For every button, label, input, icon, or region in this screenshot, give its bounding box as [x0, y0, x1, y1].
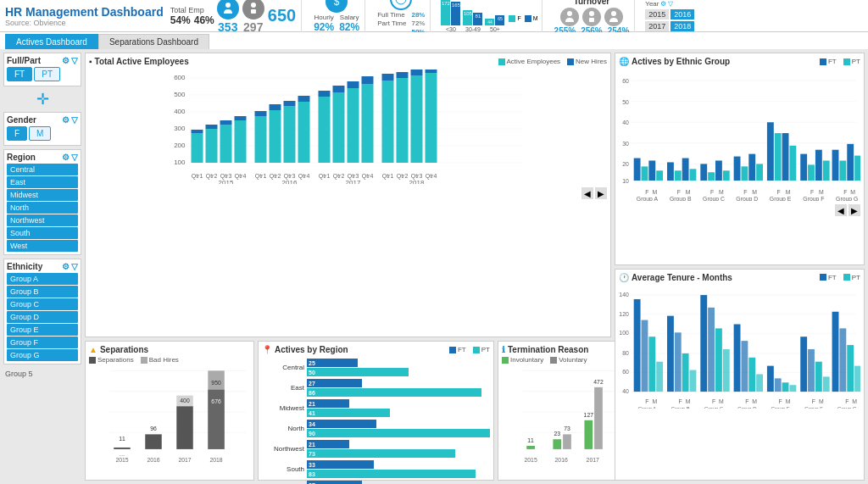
year-filter-icon[interactable]: ⚙: [660, 0, 666, 8]
add-icon[interactable]: ✛: [36, 91, 49, 108]
tab-separations[interactable]: Separations Dashboard: [98, 34, 209, 49]
actives-region-legend: FT PT: [449, 346, 490, 353]
region-northwest[interactable]: Northwest: [7, 214, 78, 226]
ft-button[interactable]: FT: [7, 67, 32, 81]
svg-text:M: M: [786, 189, 791, 195]
group-c[interactable]: Group C: [7, 298, 78, 310]
svg-text:Group F: Group F: [803, 196, 824, 201]
year-2017[interactable]: 2017: [645, 21, 669, 31]
svg-rect-203: [748, 357, 755, 391]
region-settings-icon[interactable]: ⚙: [62, 153, 70, 162]
svg-text:40: 40: [622, 120, 629, 125]
svg-rect-154: [782, 133, 789, 181]
svg-rect-54: [348, 88, 359, 163]
center-panels: ▪ Total Active Employees Active Employee…: [85, 53, 611, 481]
svg-text:M: M: [752, 189, 757, 195]
total-active-next[interactable]: ▶: [595, 187, 607, 199]
year-2015[interactable]: 2015: [645, 9, 669, 19]
region-south[interactable]: South: [7, 227, 78, 239]
group-b[interactable]: Group B: [7, 286, 78, 298]
svg-text:Qtr4: Qtr4: [426, 173, 437, 180]
svg-text:M: M: [786, 398, 791, 403]
svg-rect-2: [251, 9, 256, 14]
svg-text:Qtr1: Qtr1: [192, 173, 203, 180]
fullpart-label: Full/Part: [7, 56, 41, 65]
gender-filter-icon[interactable]: ▽: [71, 115, 78, 125]
actives-ethnic-legend: FT PT: [820, 58, 860, 65]
svg-text:Group G: Group G: [837, 405, 857, 408]
svg-rect-25: [206, 129, 218, 163]
group-a[interactable]: Group A: [7, 273, 78, 285]
legend-newhires-sq: [567, 58, 574, 65]
svg-rect-42: [284, 101, 296, 106]
svg-rect-201: [734, 324, 741, 392]
svg-text:Qtr2: Qtr2: [206, 173, 218, 180]
ethnic-ft-sq: [820, 58, 826, 65]
svg-text:F: F: [745, 398, 748, 403]
region-central[interactable]: Central: [7, 164, 78, 175]
add-section: ✛: [3, 90, 81, 108]
region-midwest[interactable]: Midwest: [7, 189, 78, 201]
svg-text:40: 40: [622, 388, 629, 394]
tab-actives[interactable]: Actives Dashboard: [5, 34, 98, 49]
region-north[interactable]: North: [7, 202, 78, 214]
main-content: Full/Part ⚙ ▽ FT PT ✛ Gender: [0, 49, 868, 484]
svg-rect-107: [594, 387, 603, 449]
f-button[interactable]: F: [7, 126, 27, 141]
fullpart-filter-icon[interactable]: ▽: [71, 56, 78, 65]
vol-legend-sq: [550, 357, 557, 364]
ethnicity-items: Group A Group B Group C Group D Group E …: [7, 273, 78, 361]
total-active-prev[interactable]: ◀: [581, 187, 593, 199]
m-button[interactable]: M: [29, 126, 51, 141]
group-g[interactable]: Group G: [7, 349, 78, 361]
gender-settings-icon[interactable]: ⚙: [62, 115, 70, 125]
svg-rect-136: [682, 159, 689, 181]
svg-rect-190: [642, 320, 648, 392]
ethnicity-filter-icon[interactable]: ▽: [71, 262, 78, 271]
center-top: ▪ Total Active Employees Active Employee…: [85, 53, 611, 337]
svg-rect-51: [333, 92, 345, 163]
svg-rect-216: [854, 365, 860, 391]
svg-text:10: 10: [622, 178, 629, 184]
region-west[interactable]: West: [7, 240, 78, 252]
fullpart-settings-icon[interactable]: ⚙: [62, 56, 70, 65]
group-d[interactable]: Group D: [7, 311, 78, 323]
actives-region-title: 📍 Actives by Region: [262, 345, 348, 354]
pt-button[interactable]: PT: [34, 67, 60, 81]
svg-text:Qtr2: Qtr2: [397, 173, 409, 180]
region-east[interactable]: East: [7, 176, 78, 188]
ethnicity-settings-icon[interactable]: ⚙: [62, 262, 70, 271]
ethnic-prev[interactable]: ◀: [835, 204, 847, 216]
svg-text:60: 60: [622, 78, 629, 84]
svg-text:2017: 2017: [587, 457, 599, 463]
svg-text:600: 600: [174, 74, 186, 81]
svg-text:Group C: Group C: [704, 405, 724, 408]
svg-text:M: M: [752, 398, 757, 403]
year-2018[interactable]: 2018: [670, 21, 694, 31]
male-pct: 54%: [170, 14, 191, 26]
svg-rect-211: [815, 361, 822, 391]
region-items: Central East Midwest North Northwest Sou…: [7, 164, 78, 252]
group5-label: Group 5: [3, 368, 81, 380]
group-e[interactable]: Group E: [7, 324, 78, 336]
age-bar-50-f: 44: [485, 19, 494, 25]
year-sort-icon[interactable]: ▽: [668, 0, 673, 8]
svg-rect-189: [634, 298, 641, 391]
svg-rect-130: [648, 160, 655, 181]
svg-text:2016: 2016: [147, 457, 159, 463]
svg-rect-101: [553, 439, 561, 449]
region-filter-icon[interactable]: ▽: [71, 153, 78, 162]
year-2016[interactable]: 2016: [670, 9, 694, 19]
svg-rect-58: [362, 76, 374, 84]
group-f[interactable]: Group F: [7, 337, 78, 348]
region-filter: Region ⚙ ▽ Central East Midwest North No…: [3, 149, 81, 255]
fulltime-pct: 28%: [411, 11, 425, 19]
hbar-west: West 27 41: [262, 481, 490, 484]
svg-text:100: 100: [619, 330, 629, 336]
inv-legend-sq: [502, 357, 509, 364]
svg-rect-135: [675, 170, 682, 181]
svg-text:F: F: [679, 398, 682, 403]
ethnic-next[interactable]: ▶: [849, 204, 860, 216]
svg-rect-208: [789, 385, 796, 392]
svg-rect-85: [176, 406, 192, 449]
